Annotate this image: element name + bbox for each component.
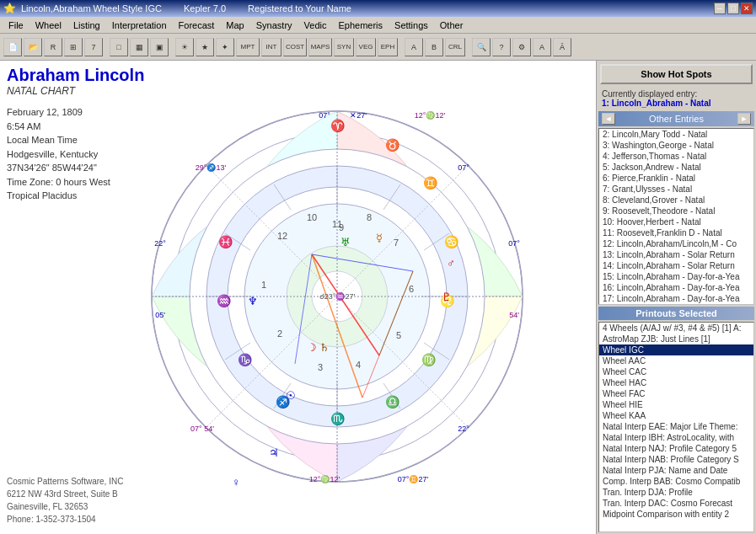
maximize-button[interactable]: □ [727, 3, 739, 14]
tool-search[interactable]: 🔍 [472, 38, 491, 56]
list-item[interactable]: 12: Lincoln,Abraham/Lincoln,M - Co [599, 238, 753, 249]
list-item[interactable]: 7: Grant,Ulysses - Natal [599, 184, 753, 195]
tool-extra2[interactable]: Ā [553, 38, 571, 56]
tool-veg[interactable]: VEG [356, 38, 376, 56]
chart-offset: Time Zone: 0 hours West [7, 175, 144, 190]
list-item[interactable]: Wheel KAA [599, 410, 753, 421]
menu-map[interactable]: Map [221, 19, 249, 32]
menu-listing[interactable]: Listing [68, 19, 105, 32]
tool-maps[interactable]: MAPS [308, 38, 332, 56]
minimize-button[interactable]: ─ [714, 3, 726, 14]
svg-text:♎: ♎ [384, 395, 399, 409]
svg-text:12°♍12': 12°♍12' [414, 110, 445, 120]
tool-planet3[interactable]: ✦ [216, 38, 234, 56]
tool-chart1[interactable]: □ [110, 38, 128, 56]
tool-save[interactable]: R [44, 38, 62, 56]
menu-forecast[interactable]: Forecast [174, 19, 220, 32]
tool-b[interactable]: B [425, 38, 443, 56]
menu-file[interactable]: File [3, 19, 29, 32]
tool-chart2[interactable]: ▦ [130, 38, 148, 56]
menu-synastry[interactable]: Synastry [251, 19, 298, 32]
menu-settings[interactable]: Settings [389, 19, 433, 32]
tool-planet2[interactable]: ★ [196, 38, 214, 56]
svg-text:☿: ☿ [376, 232, 383, 244]
tool-c[interactable]: CRL [445, 38, 465, 56]
app-icon: ⭐ [3, 3, 16, 14]
menu-wheel[interactable]: Wheel [30, 19, 67, 32]
svg-text:10: 10 [306, 212, 316, 222]
tool-syn[interactable]: SYN [334, 38, 354, 56]
entries-prev-button[interactable]: ◄ [602, 113, 615, 125]
list-item[interactable]: AstroMap ZJB: Just Lines [1] [599, 334, 753, 344]
tool-cost[interactable]: COST [283, 38, 307, 56]
list-item[interactable]: Midpoint Comparison with entity 2 [599, 509, 753, 520]
menu-interpretation[interactable]: Interpretation [107, 19, 172, 32]
list-item[interactable]: Wheel FAC [599, 388, 753, 399]
svg-text:♏: ♏ [330, 412, 345, 426]
tool-mpt[interactable]: MPT [236, 38, 260, 56]
list-item[interactable]: 2: Lincoln,Mary Todd - Natal [599, 129, 753, 140]
tool-comp[interactable]: ⊞ [64, 38, 83, 56]
chart-area: Abraham Lincoln NATAL CHART February 12,… [0, 61, 596, 534]
list-item[interactable]: 8: Cleveland,Grover - Natal [599, 195, 753, 206]
list-item[interactable]: 4: Jefferson,Thomas - Natal [599, 151, 753, 162]
list-item[interactable]: Natal Interp NAJ: Profile Category 5 [599, 443, 753, 454]
tool-7[interactable]: 7 [84, 38, 103, 56]
tool-open[interactable]: 📂 [24, 38, 42, 56]
tool-chart3[interactable]: ▣ [150, 38, 169, 56]
tool-help[interactable]: ? [492, 38, 511, 56]
list-item[interactable]: Tran. Interp DJA: Profile [599, 487, 753, 498]
list-item[interactable]: 13: Lincoln,Abraham - Solar Return [599, 249, 753, 260]
svg-text:05': 05' [155, 311, 165, 319]
svg-text:22°: 22° [458, 425, 469, 433]
tool-new[interactable]: 📄 [3, 38, 22, 56]
list-item[interactable]: Natal Interp PJA: Name and Date [599, 465, 753, 476]
list-item[interactable]: 14: Lincoln,Abraham - Solar Return [599, 260, 753, 271]
tool-extra1[interactable]: A [533, 38, 551, 56]
svg-text:♄: ♄ [319, 341, 330, 354]
list-item[interactable]: 3: Washington,George - Natal [599, 140, 753, 151]
printouts-list[interactable]: 4 Wheels (A/AJ w/ #3, #4 & #5) [1] A:Ast… [598, 322, 754, 532]
list-item[interactable]: 15: Lincoln,Abraham - Day-for-a-Yea [599, 271, 753, 282]
tool-planet1[interactable]: ☀ [175, 38, 194, 56]
list-item[interactable]: 16: Lincoln,Abraham - Day-for-a-Yea [599, 282, 753, 293]
title-bar: ⭐ Lincoln,Abraham Wheel Style IGC Kepler… [0, 0, 756, 17]
list-item[interactable]: 5: Jackson,Andrew - Natal [599, 162, 753, 173]
tool-settings-extra[interactable]: ⚙ [512, 38, 531, 56]
menu-other[interactable]: Other [435, 19, 469, 32]
list-item[interactable]: Natal Interp IBH: AstroLocality, with [599, 432, 753, 443]
menu-vedic[interactable]: Vedic [299, 19, 332, 32]
company-name: Cosmic Patterns Software, INC [7, 475, 123, 488]
wheel-container: ♈ ♉ ♊ ♋ ♌ ♍ ♎ ♏ ♐ ♑ ♒ ♓ 11 12 1 2 3 4 5 [143, 103, 531, 492]
svg-text:9: 9 [338, 222, 343, 232]
list-item[interactable]: 11: Roosevelt,Franklin D - Natal [599, 227, 753, 238]
list-item[interactable]: 4 Wheels (A/AJ w/ #3, #4 & #5) [1] A: [599, 323, 753, 334]
svg-text:07°: 07° [508, 239, 520, 248]
list-item[interactable]: Natal Interp EAE: Major Life Theme: [599, 421, 753, 432]
menu-bar: File Wheel Listing Interpretation Foreca… [0, 17, 756, 34]
list-item[interactable]: Wheel IGC [599, 344, 753, 355]
list-item[interactable]: Natal Interp NAB: Profile Category S [599, 454, 753, 465]
current-entry-section: Currently displayed entry: 1: Lincoln_Ab… [598, 88, 754, 109]
list-item[interactable]: 17: Lincoln,Abraham - Day-for-a-Yea [599, 293, 753, 304]
list-item[interactable]: 10: Hoover,Herbert - Natal [599, 216, 753, 227]
menu-ephemeris[interactable]: Ephemeris [333, 19, 388, 32]
other-entries-header: ◄ Other Entries ► [598, 111, 754, 126]
entries-list[interactable]: 2: Lincoln,Mary Todd - Natal3: Washingto… [598, 128, 754, 305]
tool-eph[interactable]: EPH [378, 38, 398, 56]
svg-text:♅: ♅ [340, 236, 351, 248]
list-item[interactable]: Wheel HIE [599, 399, 753, 410]
list-item[interactable]: Tran. Interp DAC: Cosmo Forecast [599, 498, 753, 509]
svg-text:♆: ♆ [248, 295, 258, 307]
list-item[interactable]: Wheel AAC [599, 355, 753, 366]
list-item[interactable]: 6: Pierce,Franklin - Natal [599, 173, 753, 184]
show-hot-spots-button[interactable]: Show Hot Spots [600, 64, 753, 84]
list-item[interactable]: 9: Roosevelt,Theodore - Natal [599, 206, 753, 216]
close-button[interactable]: ✕ [741, 3, 753, 14]
entries-next-button[interactable]: ► [737, 113, 751, 125]
tool-int[interactable]: INT [261, 38, 281, 56]
list-item[interactable]: Wheel CAC [599, 366, 753, 377]
list-item[interactable]: Wheel HAC [599, 377, 753, 388]
tool-a[interactable]: A [405, 38, 423, 56]
list-item[interactable]: Comp. Interp BAB: Cosmo Compatib [599, 476, 753, 487]
